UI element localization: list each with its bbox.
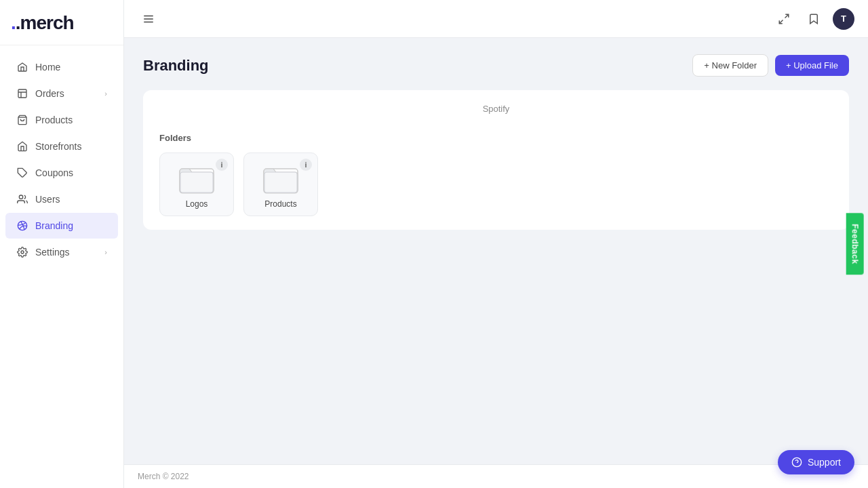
card-header: Spotify — [159, 104, 833, 122]
sidebar-item-settings[interactable]: Settings › — [5, 239, 118, 265]
svg-rect-14 — [264, 172, 297, 192]
sidebar-item-branding[interactable]: Branding — [5, 213, 118, 239]
sidebar-item-home[interactable]: Home — [5, 54, 118, 80]
sidebar-item-orders[interactable]: Orders › — [5, 81, 118, 106]
settings-label: Settings — [35, 247, 70, 258]
folders-grid: i Logos i — [159, 152, 833, 216]
new-folder-button[interactable]: + New Folder — [692, 54, 768, 77]
coupons-label: Coupons — [35, 167, 73, 178]
svg-point-3 — [19, 195, 22, 199]
folder-svg-products — [263, 163, 298, 194]
support-label: Support — [808, 457, 841, 468]
folder-svg-logos — [179, 163, 214, 194]
svg-line-10 — [779, 20, 783, 23]
sidebar-item-users[interactable]: Users — [5, 186, 118, 212]
svg-rect-12 — [180, 172, 213, 192]
logo-area: ..merch — [0, 0, 123, 45]
content-card: Spotify Folders i Logos — [143, 90, 849, 230]
feedback-tab[interactable]: Feedback — [846, 213, 863, 274]
support-button[interactable]: Support — [778, 450, 854, 474]
hamburger-button[interactable] — [138, 8, 159, 30]
sidebar-item-products[interactable]: Products — [5, 107, 118, 133]
topbar: T — [124, 0, 868, 38]
svg-rect-0 — [18, 89, 26, 98]
orders-chevron: › — [104, 89, 107, 98]
products-icon — [16, 114, 28, 126]
folders-section-label: Folders — [159, 133, 833, 143]
svg-line-9 — [785, 14, 789, 18]
expand-icon[interactable] — [773, 8, 795, 30]
orders-label: Orders — [35, 88, 64, 99]
settings-icon — [16, 246, 28, 258]
folder-name-products: Products — [264, 199, 296, 209]
products-label: Products — [35, 115, 73, 125]
bookmark-icon[interactable] — [803, 8, 825, 30]
page-title: Branding — [143, 57, 209, 75]
topbar-left — [138, 8, 159, 30]
page-actions: + New Folder + Upload File — [692, 54, 849, 77]
coupons-icon — [16, 167, 28, 179]
settings-chevron: › — [104, 248, 107, 256]
footer-bar: Merch © 2022 — [124, 464, 868, 488]
branding-label: Branding — [35, 220, 73, 231]
page-header: Branding + New Folder + Upload File — [143, 54, 849, 77]
avatar[interactable]: T — [833, 8, 854, 30]
sidebar-item-coupons[interactable]: Coupons — [5, 160, 118, 186]
orders-icon — [16, 87, 28, 100]
footer-text: Merch © 2022 — [138, 472, 189, 481]
folder-info-icon-products[interactable]: i — [300, 159, 312, 171]
home-icon — [16, 61, 28, 73]
sidebar: ..merch Home — [0, 0, 124, 488]
branding-icon — [16, 220, 28, 232]
home-label: Home — [35, 62, 60, 73]
folder-name-logos: Logos — [186, 199, 208, 209]
page-content-area: Branding + New Folder + Upload File Spot… — [124, 38, 868, 464]
sidebar-item-storefronts[interactable]: Storefronts — [5, 134, 118, 159]
main-content: T Branding + New Folder + Upload File Sp… — [124, 0, 868, 488]
topbar-right: T — [773, 8, 854, 30]
storefronts-icon — [16, 140, 28, 152]
app-logo: ..merch — [11, 12, 113, 34]
users-label: Users — [35, 194, 60, 205]
sidebar-nav: Home Orders › — [0, 45, 123, 488]
svg-point-5 — [21, 251, 24, 253]
upload-file-button[interactable]: + Upload File — [775, 55, 849, 76]
folder-info-icon-logos[interactable]: i — [216, 159, 228, 171]
users-icon — [16, 193, 28, 205]
storefronts-label: Storefronts — [35, 141, 81, 152]
folder-item-logos[interactable]: i Logos — [159, 152, 234, 216]
folder-item-products[interactable]: i Products — [243, 152, 318, 216]
support-icon — [791, 457, 802, 468]
